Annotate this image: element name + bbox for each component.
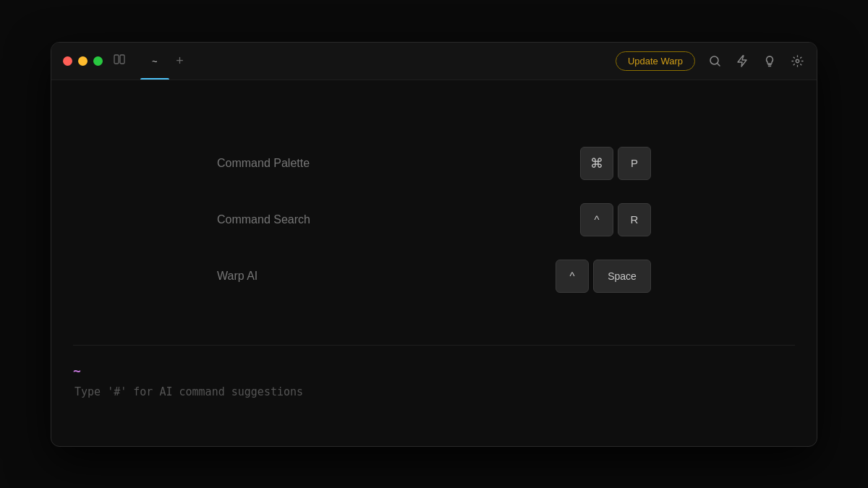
prompt-line: ~ — [73, 363, 795, 378]
svg-point-6 — [796, 59, 799, 62]
add-tab-button[interactable]: + — [169, 43, 191, 80]
key-ctrl-1: ^ — [580, 203, 613, 236]
search-button[interactable] — [707, 53, 723, 69]
maximize-button[interactable] — [93, 56, 103, 66]
key-p: P — [618, 147, 651, 180]
tabs-area: ~ + — [140, 43, 616, 80]
terminal-hint: Type '#' for AI command suggestions — [73, 385, 795, 398]
bulb-button[interactable] — [762, 53, 778, 69]
key-r: R — [618, 203, 651, 236]
key-space: Space — [593, 260, 651, 293]
shortcut-keys-warp-ai: ^ Space — [556, 260, 651, 293]
lightning-button[interactable] — [734, 53, 750, 69]
shortcut-label-command-palette: Command Palette — [217, 157, 580, 170]
shortcut-command-search: Command Search ^ R — [217, 192, 651, 248]
split-icon[interactable] — [113, 53, 126, 69]
traffic-lights — [63, 56, 103, 66]
key-ctrl-2: ^ — [556, 260, 589, 293]
key-cmd: ⌘ — [580, 147, 613, 180]
minimize-button[interactable] — [78, 56, 88, 66]
svg-rect-1 — [120, 55, 124, 64]
main-content: Command Palette ⌘ P Command Search ^ R W… — [51, 80, 817, 446]
shortcut-label-warp-ai: Warp AI — [217, 270, 556, 283]
titlebar: ~ + Update Warp — [51, 43, 817, 80]
terminal-window: ~ + Update Warp — [51, 42, 817, 447]
shortcut-command-palette: Command Palette ⌘ P — [217, 135, 651, 192]
update-warp-button[interactable]: Update Warp — [616, 51, 695, 71]
terminal-section: ~ Type '#' for AI command suggestions — [73, 345, 795, 424]
titlebar-right: Update Warp — [616, 51, 805, 71]
shortcut-label-command-search: Command Search — [217, 213, 580, 226]
svg-rect-0 — [114, 55, 119, 64]
settings-button[interactable] — [789, 53, 805, 69]
shortcut-warp-ai: Warp AI ^ Space — [217, 248, 651, 304]
shortcut-keys-command-palette: ⌘ P — [580, 147, 651, 180]
shortcut-keys-command-search: ^ R — [580, 203, 651, 236]
shortcuts-section: Command Palette ⌘ P Command Search ^ R W… — [51, 109, 817, 345]
close-button[interactable] — [63, 56, 72, 66]
prompt-symbol: ~ — [73, 363, 81, 378]
svg-line-3 — [717, 63, 720, 66]
add-tab-icon: + — [176, 53, 184, 69]
tab-label: ~ — [152, 56, 158, 67]
tab-home[interactable]: ~ — [140, 43, 169, 80]
